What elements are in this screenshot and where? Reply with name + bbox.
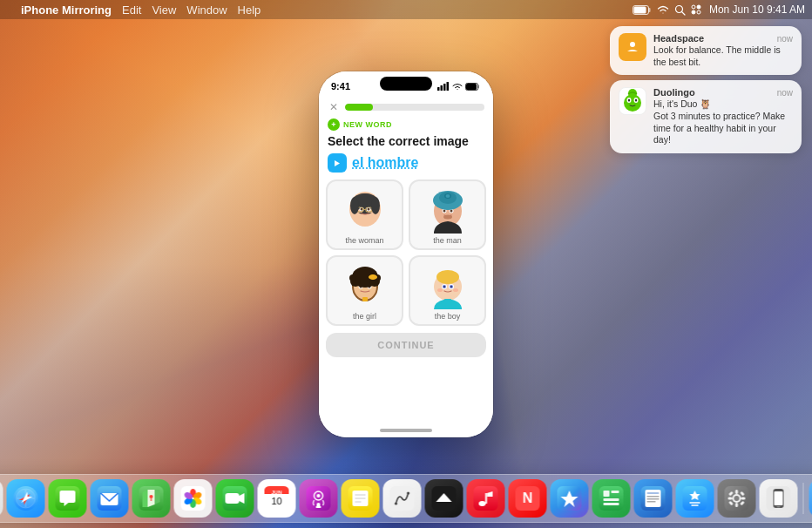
option-boy[interactable]: the boy <box>409 255 486 326</box>
notif-duolingo-header: Duolingo now <box>653 87 793 98</box>
dock-icon-launchpad[interactable] <box>0 479 3 518</box>
dock-icon-pages[interactable] <box>634 479 673 518</box>
dock-icon-mirroring[interactable] <box>760 479 798 518</box>
dock-icon-music[interactable] <box>467 479 505 518</box>
svg-rect-66 <box>362 297 368 301</box>
dock-icon-mail[interactable] <box>91 479 129 518</box>
svg-text:10: 10 <box>271 496 281 506</box>
svg-point-45 <box>450 210 452 213</box>
dock-icon-syspreferences[interactable] <box>718 479 756 518</box>
option-woman[interactable]: the woman <box>326 179 403 250</box>
svg-rect-147 <box>647 496 660 498</box>
dock-icon-photos[interactable] <box>174 479 213 518</box>
svg-text:JUN: JUN <box>271 490 281 495</box>
svg-point-7 <box>692 10 695 14</box>
dock-icon-news[interactable]: N <box>509 479 547 518</box>
notification-headspace[interactable]: Headspace now Look for balance. The midd… <box>610 26 802 75</box>
svg-point-74 <box>443 286 445 288</box>
svg-point-75 <box>450 286 452 288</box>
notif-headspace-appname: Headspace <box>653 33 704 44</box>
option-man[interactable]: the man <box>409 179 486 250</box>
character-woman-img <box>342 188 388 234</box>
dock-icon-calendar[interactable]: JUN 10 <box>258 479 296 518</box>
menubar: iPhone Mirroring Edit View Window Help <box>0 0 812 19</box>
dock-icon-podcasts[interactable] <box>300 479 338 518</box>
option-girl[interactable]: the girl <box>326 255 403 326</box>
dock-icon-freeform[interactable] <box>383 479 422 518</box>
dock-icon-maps[interactable] <box>132 479 171 518</box>
svg-rect-1 <box>648 8 650 12</box>
svg-rect-17 <box>437 87 440 91</box>
svg-point-62 <box>349 274 356 281</box>
notif-duolingo-message: Hi, it's Duo 🦉Got 3 minutes to practice?… <box>653 98 793 146</box>
dock-icon-icloud[interactable] <box>809 479 813 518</box>
svg-point-6 <box>697 5 700 9</box>
svg-point-15 <box>635 99 637 102</box>
dock-icon-notes[interactable] <box>342 479 380 518</box>
svg-rect-141 <box>612 491 619 493</box>
character-boy-img <box>425 264 470 309</box>
menubar-edit[interactable]: Edit <box>122 3 141 17</box>
menubar-view[interactable]: View <box>152 3 176 17</box>
svg-line-4 <box>681 11 685 15</box>
svg-point-50 <box>445 194 450 198</box>
progress-bar-container: ✕ <box>319 96 493 117</box>
notification-duolingo[interactable]: Duolingo now Hi, it's Duo 🦉Got 3 minutes… <box>610 80 802 153</box>
svg-point-5 <box>692 5 695 9</box>
option-boy-label: the boy <box>435 312 461 321</box>
menubar-help[interactable]: Help <box>238 3 261 17</box>
audio-button[interactable] <box>328 153 347 173</box>
control-center-icon[interactable] <box>690 3 702 16</box>
dock-icon-numbers[interactable] <box>592 479 631 518</box>
svg-rect-135 <box>485 493 487 504</box>
svg-point-37 <box>350 197 359 214</box>
new-word-icon: + <box>328 118 340 131</box>
svg-point-46 <box>443 215 452 220</box>
dock-icon-shortcuts[interactable] <box>551 479 589 518</box>
image-options-grid: the woman <box>319 179 493 326</box>
search-icon[interactable] <box>674 4 686 16</box>
svg-rect-159 <box>741 498 746 500</box>
new-word-text: NEW WORD <box>343 120 392 129</box>
duolingo-app: ✕ + NEW WORD Select the correct image <box>319 96 493 437</box>
svg-rect-22 <box>478 85 480 88</box>
svg-point-155 <box>734 496 740 501</box>
dock-icon-appstore[interactable] <box>676 479 714 518</box>
headspace-icon <box>619 33 646 61</box>
dock-icon-safari[interactable] <box>7 479 45 518</box>
menubar-window[interactable]: Window <box>186 3 227 17</box>
progress-bar <box>345 104 484 111</box>
svg-point-14 <box>628 99 630 102</box>
svg-point-79 <box>453 288 458 292</box>
dock-icon-facetime[interactable] <box>216 479 254 518</box>
svg-rect-148 <box>647 498 660 500</box>
svg-point-44 <box>443 210 445 213</box>
progress-fill <box>345 104 373 111</box>
iphone-frame: 9:41 <box>319 71 493 437</box>
dock: JUN 10 <box>0 474 812 523</box>
notif-headspace-message: Look for balance. The middle is the best… <box>653 44 793 68</box>
svg-rect-142 <box>604 498 619 501</box>
menubar-status-icons <box>633 3 702 16</box>
close-button[interactable]: ✕ <box>328 101 340 113</box>
svg-point-130 <box>407 492 409 495</box>
svg-rect-149 <box>647 501 656 503</box>
iphone-battery-icon <box>465 83 481 91</box>
notif-duolingo-time: now <box>777 88 793 98</box>
svg-rect-19 <box>443 84 446 91</box>
new-word-badge: + NEW WORD <box>319 117 493 134</box>
dock-icon-messages[interactable] <box>49 479 87 518</box>
svg-rect-157 <box>735 503 738 507</box>
notif-headspace-header: Headspace now <box>653 33 793 44</box>
svg-point-78 <box>437 288 443 292</box>
continue-button[interactable]: CONTINUE <box>326 333 486 357</box>
question-title: Select the correct image <box>319 134 493 153</box>
svg-point-102 <box>150 495 153 498</box>
battery-icon <box>633 5 652 15</box>
iphone-statusbar: 9:41 <box>319 71 493 96</box>
notif-headspace-body: Headspace now Look for balance. The midd… <box>653 33 793 68</box>
svg-point-76 <box>436 270 459 284</box>
svg-rect-18 <box>441 85 443 91</box>
option-man-label: the man <box>433 236 462 245</box>
dock-icon-appletv[interactable]: tv <box>425 479 464 518</box>
